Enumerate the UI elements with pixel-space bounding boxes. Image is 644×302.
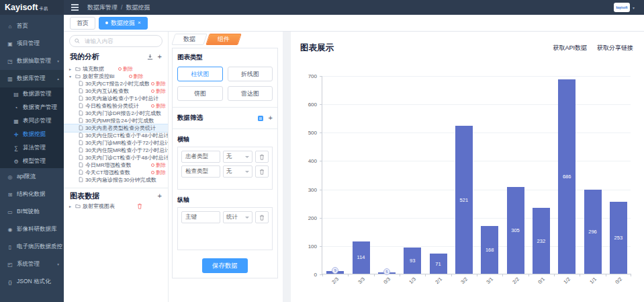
bar[interactable]: 253 bbox=[610, 202, 627, 274]
content-body: 我的分析 + ▸填充数据删除▾放射室质控BI删除30天内CT报告2小时完成数删除… bbox=[64, 32, 644, 302]
tree-item[interactable]: 30天内MR报告24小时完成数 bbox=[64, 117, 168, 124]
agg-select[interactable]: 无 bbox=[223, 151, 252, 163]
bar[interactable]: 296 bbox=[584, 190, 602, 274]
breadcrumb-item[interactable]: 数据库管理 bbox=[87, 3, 118, 12]
add-filter-icon[interactable]: + bbox=[269, 114, 273, 122]
bar[interactable]: 71 bbox=[430, 254, 447, 274]
bar[interactable]: 232 bbox=[533, 208, 550, 274]
sidebar-item-emr-data-qc[interactable]: ▯电子病历数据质控 bbox=[0, 238, 64, 256]
avatar[interactable]: kayisoft bbox=[614, 3, 630, 12]
get-api-data-link[interactable]: 获取API数据 bbox=[553, 44, 587, 52]
delete-link[interactable]: 删除 bbox=[151, 169, 166, 176]
bar[interactable]: 5 bbox=[378, 272, 396, 274]
trash-button[interactable] bbox=[255, 151, 269, 163]
delete-link[interactable]: 删除 bbox=[129, 73, 144, 80]
delete-link[interactable]: 删除 bbox=[151, 88, 166, 95]
chart-type-bar-button[interactable]: 柱状图 bbox=[177, 67, 223, 81]
sidebar-item-data-asset-management[interactable]: ◔数据资产管理 bbox=[0, 101, 64, 114]
bar[interactable]: 521 bbox=[455, 126, 473, 274]
breadcrumb-item[interactable]: 数据挖掘 bbox=[126, 3, 150, 12]
tree-item[interactable]: 30天内急诊检查小于1小时总计 bbox=[64, 95, 168, 102]
delete-link[interactable]: 删除 bbox=[151, 162, 166, 169]
bar[interactable]: 305 bbox=[507, 187, 524, 274]
sidebar-item-label: 影像科研数据库 bbox=[17, 225, 57, 233]
bar-value-label: 5 bbox=[383, 268, 390, 275]
tree-item[interactable]: 30天内门诊MR检查小于72小时总计 bbox=[64, 139, 168, 147]
tree-item-label: 30天内急诊检查小于1小时总计 bbox=[85, 95, 158, 102]
chart-type-line-button[interactable]: 折线图 bbox=[228, 67, 273, 81]
sidebar-item-label: 数据源管理 bbox=[23, 90, 52, 98]
caret-icon[interactable]: ▸ bbox=[69, 67, 73, 71]
tree-item[interactable]: 30天内门诊CT检查小于48小时总计 bbox=[64, 154, 168, 161]
sidebar-item-home[interactable]: ⌂首页 bbox=[0, 17, 64, 35]
add-analysis-icon[interactable]: + bbox=[158, 53, 162, 61]
trash-icon[interactable] bbox=[137, 203, 142, 209]
sidebar-item-imaging-research-db[interactable]: ◉影像科研数据库 bbox=[0, 221, 64, 238]
tree-item[interactable]: 30天内门诊DR报告2小时完成数 bbox=[64, 110, 168, 117]
delete-link[interactable]: 删除 bbox=[151, 103, 166, 110]
sidebar-item-structured-data[interactable]: ⊞结构化数据 bbox=[0, 186, 64, 203]
caret-icon[interactable]: ▸ bbox=[69, 204, 73, 209]
agg-select[interactable]: 无 bbox=[223, 165, 252, 178]
tree-item[interactable]: 30天内患者类型检查分类统计 bbox=[64, 124, 168, 132]
sidebar-item-data-extract-management[interactable]: ◳数据抽取管理▾ bbox=[0, 52, 64, 70]
user-menu[interactable]: kayisoft ▾ bbox=[614, 3, 635, 12]
tab-close-icon[interactable]: × bbox=[138, 20, 141, 26]
tree-item[interactable]: 30天内住院MR检查小于72小时总计 bbox=[64, 147, 168, 154]
bar[interactable]: 686 bbox=[558, 79, 576, 274]
trash-button[interactable] bbox=[255, 165, 269, 178]
sidebar-item-json-formatter[interactable]: {}JSON 格式化 bbox=[0, 273, 64, 291]
sidebar-item-data-mining[interactable]: ✛数据挖掘 bbox=[0, 128, 64, 141]
sidebar-item-datasource-management[interactable]: ▤数据源管理 bbox=[0, 87, 64, 101]
tab-home[interactable]: 首页 bbox=[70, 17, 95, 30]
sidebar-item-database-management[interactable]: ▥数据库管理▴ bbox=[0, 70, 64, 87]
sidebar-item-model-management[interactable]: ⚙模型管理 bbox=[0, 155, 64, 168]
bar[interactable]: 9 bbox=[326, 271, 344, 274]
tab-data-mining[interactable]: 数据挖掘× bbox=[99, 17, 148, 30]
bar-value-label: 521 bbox=[460, 197, 469, 203]
chart-data-item[interactable]: ▸放射室视图表 bbox=[64, 202, 168, 210]
save-data-button[interactable]: 保存数据 bbox=[202, 258, 248, 273]
sidebar-item-table-sync-management[interactable]: ▦表同步管理 bbox=[0, 114, 64, 128]
field-box[interactable]: 主键 bbox=[181, 211, 220, 223]
get-share-link-link[interactable]: 获取分享链接 bbox=[597, 44, 633, 52]
field-box[interactable]: 患者类型 bbox=[181, 151, 220, 163]
tree-item[interactable]: 30天内急诊报告30分钟完成数 bbox=[64, 176, 168, 184]
agg-select[interactable]: 统计 bbox=[223, 211, 252, 223]
bar[interactable]: 93 bbox=[404, 248, 421, 274]
y-axis-tick bbox=[320, 76, 322, 77]
chart-type-radar-button[interactable]: 雷达图 bbox=[228, 86, 273, 101]
sidebar-item-project-management[interactable]: ▣项目管理 bbox=[0, 35, 64, 52]
hamburger-menu-icon[interactable] bbox=[71, 7, 79, 8]
bar-value-label: 253 bbox=[614, 235, 623, 241]
import-icon[interactable] bbox=[147, 54, 153, 60]
sidebar-item-api-rate-limit[interactable]: ◎api限流 bbox=[0, 168, 64, 186]
chart-type-pie-button[interactable]: 饼图 bbox=[177, 86, 223, 101]
trash-button[interactable] bbox=[255, 211, 269, 223]
delete-link[interactable]: 删除 bbox=[151, 81, 166, 87]
sidebar-item-algorithm-management[interactable]: ∑算法管理 bbox=[0, 141, 64, 155]
sidebar-item-system-management[interactable]: ◰系统管理▾ bbox=[0, 256, 64, 273]
tree-item[interactable]: 今日MR增强检查数删除 bbox=[64, 161, 168, 169]
tree-item[interactable]: 今日检查检验分类统计删除 bbox=[64, 102, 168, 110]
caret-icon[interactable]: ▾ bbox=[69, 74, 73, 79]
filter-grid-icon[interactable] bbox=[257, 115, 264, 122]
tree-item[interactable]: 30天内住院CT检查小于48小时总计 bbox=[64, 132, 168, 139]
tree-item[interactable]: 今天CT增强检查数删除 bbox=[64, 169, 168, 176]
delete-link[interactable]: 删除 bbox=[118, 66, 133, 73]
add-chart-data-icon[interactable]: + bbox=[158, 192, 162, 200]
bar[interactable]: 114 bbox=[353, 241, 370, 274]
sidebar-item-bi-cockpit[interactable]: ▭BI驾驶舱 bbox=[0, 203, 64, 221]
tree-item[interactable]: ▸填充数据删除 bbox=[64, 65, 168, 73]
bar-value-label: 296 bbox=[588, 229, 597, 235]
tree-item[interactable]: 30天内互认检查数删除 bbox=[64, 87, 168, 95]
config-tab-label: 组件 bbox=[218, 35, 230, 44]
config-tab-data[interactable]: 数据 bbox=[171, 34, 208, 45]
config-tab-component[interactable]: 组件 bbox=[205, 34, 242, 45]
x-axis-tick-label: 0/1 bbox=[537, 276, 546, 285]
tree-item[interactable]: ▾放射室质控BI删除 bbox=[64, 73, 168, 80]
tree-item[interactable]: 30天内CT报告2小时完成数删除 bbox=[64, 80, 168, 87]
search-input[interactable] bbox=[83, 37, 157, 45]
bar[interactable]: 168 bbox=[481, 226, 498, 274]
field-box[interactable]: 检查类型 bbox=[181, 165, 220, 178]
